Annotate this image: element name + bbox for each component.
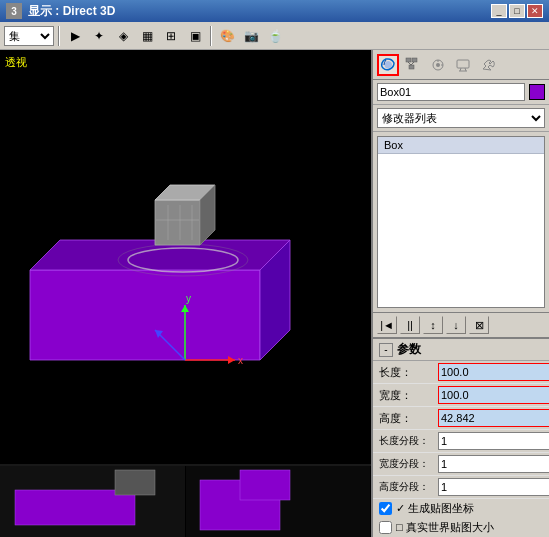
toolbar-btn-select[interactable]: ▶: [64, 25, 86, 47]
toolbar-btn-camera[interactable]: 🍵: [264, 25, 286, 47]
toolbar-separator-1: [58, 26, 60, 46]
param-input-hsegs[interactable]: [439, 479, 549, 495]
toolbar-btn-rotate[interactable]: ◈: [112, 25, 134, 47]
param-input-lsegs[interactable]: [439, 433, 549, 449]
checkbox-realworld[interactable]: [379, 521, 392, 534]
svg-rect-29: [406, 58, 411, 62]
svg-rect-38: [457, 60, 469, 68]
svg-line-33: [411, 62, 414, 65]
check-row-realworld: □ 真实世界贴图大小: [373, 518, 549, 537]
panel-btn-hierarchy[interactable]: [402, 54, 424, 76]
panel-btn-insert[interactable]: ||: [400, 316, 420, 334]
toolbar-btn-scale[interactable]: ▦: [136, 25, 158, 47]
params-header: - 参数: [373, 339, 549, 361]
svg-rect-31: [409, 65, 414, 69]
svg-text:y: y: [186, 293, 191, 304]
right-panel: 修改器列表 Box |◄ || ↕ ↓ ⊠ - 参数 长度：: [371, 50, 549, 537]
modifier-list[interactable]: Box: [377, 136, 545, 308]
title-bar-left: 3 显示 : Direct 3D: [6, 3, 115, 20]
svg-marker-8: [30, 270, 260, 360]
param-row-length: 长度： ▲ ▼: [373, 361, 549, 384]
param-label-hsegs: 高度分段：: [379, 480, 434, 494]
obj-name-input[interactable]: [377, 83, 525, 101]
param-input-wsegs-wrap: ▲ ▼: [438, 455, 549, 473]
param-row-width: 宽度： ▲ ▼: [373, 384, 549, 407]
param-row-hsegs: 高度分段： ▲ ▼: [373, 476, 549, 499]
params-section: - 参数 长度： ▲ ▼ 宽度：: [373, 337, 549, 537]
title-icon: 3: [6, 3, 22, 19]
color-swatch[interactable]: [529, 84, 545, 100]
toolbar-select[interactable]: 集: [4, 26, 54, 46]
panel-btn-motion[interactable]: [427, 54, 449, 76]
svg-line-32: [408, 62, 411, 65]
params-title: 参数: [397, 341, 421, 358]
param-label-height: 高度：: [379, 411, 434, 426]
toolbar-btn-mirror[interactable]: ⊞: [160, 25, 182, 47]
svg-text:透视: 透视: [5, 56, 27, 68]
panel-btn-move-down[interactable]: ↓: [446, 316, 466, 334]
panel-btn-pin[interactable]: |◄: [377, 316, 397, 334]
checkbox-uvw[interactable]: [379, 502, 392, 515]
viewport[interactable]: x y 透视: [0, 50, 371, 537]
svg-text:x: x: [238, 355, 243, 366]
panel-toolbar: [373, 50, 549, 80]
panel-btn-modify[interactable]: [377, 54, 399, 76]
svg-rect-30: [412, 58, 417, 62]
param-input-wsegs[interactable]: [439, 456, 549, 472]
maximize-button[interactable]: □: [509, 4, 525, 18]
param-input-height[interactable]: [439, 410, 549, 426]
param-input-lsegs-wrap: ▲ ▼: [438, 432, 549, 450]
panel-btn-delete[interactable]: ⊠: [469, 316, 489, 334]
panel-bottom-btns: |◄ || ↕ ↓ ⊠: [373, 312, 549, 337]
panel-btn-move-up[interactable]: ↕: [423, 316, 443, 334]
param-label-width: 宽度：: [379, 388, 434, 403]
title-bar: 3 显示 : Direct 3D _ □ ✕: [0, 0, 549, 22]
obj-name-row: [373, 80, 549, 105]
param-row-height: 高度： ▲ ▼: [373, 407, 549, 430]
panel-btn-utilities[interactable]: [477, 54, 499, 76]
toolbar-separator-2: [210, 26, 212, 46]
modifier-dropdown-row: 修改器列表: [373, 105, 549, 132]
toolbar-btn-move[interactable]: ✦: [88, 25, 110, 47]
svg-rect-7: [240, 470, 290, 500]
param-input-hsegs-wrap: ▲ ▼: [438, 478, 549, 496]
svg-marker-19: [155, 200, 200, 245]
param-row-lsegs: 长度分段： ▲ ▼: [373, 430, 549, 453]
checkbox-realworld-label: □ 真实世界贴图大小: [396, 520, 494, 535]
param-input-length-wrap: ▲ ▼: [438, 363, 549, 381]
param-label-lsegs: 长度分段：: [379, 434, 434, 448]
param-input-width[interactable]: [439, 387, 549, 403]
svg-point-35: [436, 63, 440, 67]
minimize-button[interactable]: _: [491, 4, 507, 18]
param-input-width-wrap: ▲ ▼: [438, 386, 549, 404]
toolbar-btn-render[interactable]: 📷: [240, 25, 262, 47]
close-button[interactable]: ✕: [527, 4, 543, 18]
title-text: 显示 : Direct 3D: [28, 3, 115, 20]
main-toolbar: 集 ▶ ✦ ◈ ▦ ⊞ ▣ 🎨 📷 🍵: [0, 22, 549, 50]
main-area: x y 透视: [0, 50, 549, 537]
toolbar-btn-material[interactable]: 🎨: [216, 25, 238, 47]
panel-btn-display[interactable]: [452, 54, 474, 76]
modifier-dropdown[interactable]: 修改器列表: [377, 108, 545, 128]
params-collapse-btn[interactable]: -: [379, 343, 393, 357]
param-label-wsegs: 宽度分段：: [379, 457, 434, 471]
svg-rect-5: [115, 470, 155, 495]
toolbar-btn-align[interactable]: ▣: [184, 25, 206, 47]
checkbox-uvw-label: ✓ 生成贴图坐标: [396, 501, 474, 516]
modifier-item-box[interactable]: Box: [378, 137, 544, 154]
check-row-uvw: ✓ 生成贴图坐标: [373, 499, 549, 518]
param-input-length[interactable]: [439, 364, 549, 380]
param-label-length: 长度：: [379, 365, 434, 380]
title-controls: _ □ ✕: [491, 4, 543, 18]
param-input-height-wrap: ▲ ▼: [438, 409, 549, 427]
param-row-wsegs: 宽度分段： ▲ ▼: [373, 453, 549, 476]
